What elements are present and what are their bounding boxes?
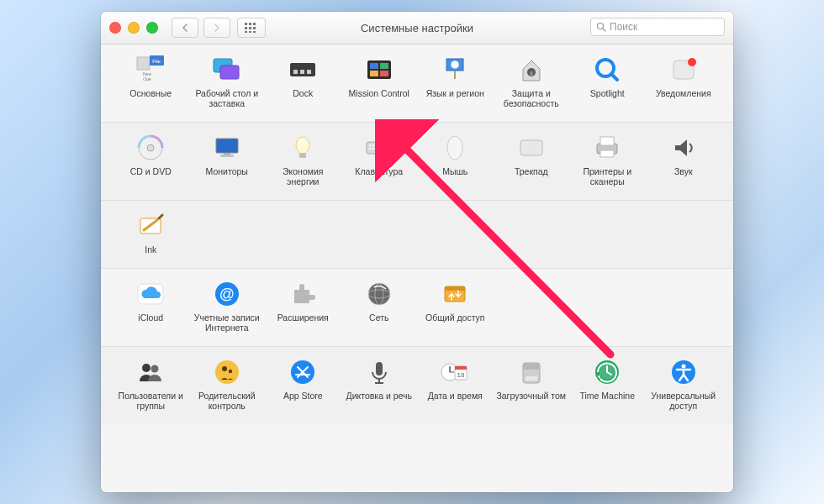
pref-accessibility[interactable]: Универсальный доступ (646, 357, 722, 411)
pref-label: Дата и время (428, 391, 483, 401)
pref-parental[interactable]: Родительский контроль (189, 357, 266, 411)
svg-rect-40 (220, 155, 234, 157)
svg-rect-17 (220, 66, 239, 79)
svg-line-33 (611, 74, 617, 80)
show-all-button[interactable] (237, 18, 266, 38)
svg-point-72 (215, 360, 239, 384)
svg-rect-52 (372, 148, 374, 150)
svg-rect-2 (253, 23, 256, 25)
svg-rect-0 (245, 23, 247, 25)
pref-mouse[interactable]: Мышь (417, 133, 494, 186)
svg-point-91 (681, 365, 685, 369)
pref-security[interactable]: Защита и безопасность (494, 55, 570, 108)
window-controls (101, 22, 158, 34)
pref-extensions[interactable]: Расширения (265, 279, 341, 333)
pref-cddvd[interactable]: CD и DVD (113, 133, 189, 186)
section-system: Пользователи и группы Родительский контр… (101, 347, 733, 424)
svg-rect-5 (253, 27, 256, 29)
titlebar: Системные настройки Поиск (101, 12, 733, 45)
pref-mission-control[interactable]: Mission Control (341, 55, 418, 108)
svg-rect-3 (245, 27, 247, 29)
svg-rect-29 (454, 71, 456, 79)
pref-dictation[interactable]: Диктовка и речь (341, 357, 418, 411)
pref-sound[interactable]: Звук (646, 133, 722, 186)
pref-network[interactable]: Сеть (341, 279, 418, 333)
pref-label: Общий доступ (425, 312, 485, 323)
notifications-icon (667, 55, 700, 85)
pref-label: Универсальный доступ (648, 391, 719, 411)
sound-icon (667, 133, 700, 163)
pref-startup[interactable]: Загрузочный том (494, 357, 570, 411)
svg-point-43 (298, 139, 307, 148)
section-internet: iCloud @ Учетные записи Интернета Расшир… (101, 269, 733, 347)
svg-rect-47 (376, 144, 378, 146)
pref-label: Трекпад (515, 166, 548, 176)
svg-rect-86 (523, 363, 540, 370)
keyboard-icon (362, 133, 396, 163)
svg-point-74 (229, 370, 232, 373)
icloud-icon (134, 279, 167, 309)
section-hardware: CD и DVD Мониторы Экономия энергии (101, 123, 733, 201)
pref-label: Мышь (442, 166, 467, 176)
section-personal: File New Ope Основные Рабочий стол и зас… (101, 45, 733, 123)
pref-spotlight[interactable]: Spotlight (569, 55, 646, 108)
pref-language[interactable]: Язык и регион (417, 55, 494, 108)
svg-rect-7 (249, 31, 251, 33)
pref-label: Сеть (369, 312, 388, 323)
svg-rect-46 (372, 144, 374, 146)
search-field[interactable]: Поиск (590, 18, 725, 36)
pref-label: CD и DVD (130, 166, 172, 176)
close-button[interactable] (109, 22, 121, 34)
pref-energy[interactable]: Экономия энергии (265, 133, 341, 186)
search-icon (596, 22, 606, 32)
svg-line-10 (603, 29, 605, 31)
timemachine-icon (590, 357, 624, 387)
pref-general[interactable]: File New Ope Основные (113, 55, 189, 108)
sharing-icon (438, 279, 472, 309)
forward-button[interactable] (203, 18, 230, 38)
pref-label: Диктовка и речь (346, 391, 412, 401)
zoom-button[interactable] (146, 22, 158, 34)
svg-text:File: File (152, 59, 161, 64)
pref-sharing[interactable]: Общий доступ (417, 279, 494, 333)
appstore-icon (286, 357, 320, 387)
pref-label: Рабочий стол и заставка (192, 88, 262, 108)
pref-icloud[interactable]: iCloud (113, 279, 189, 333)
pref-appstore[interactable]: App Store (265, 357, 341, 411)
svg-rect-19 (293, 70, 298, 74)
svg-rect-83 (455, 366, 467, 370)
pref-printers[interactable]: Принтеры и сканеры (569, 133, 646, 186)
back-button[interactable] (172, 18, 198, 38)
pref-desktop[interactable]: Рабочий стол и заставка (189, 55, 266, 108)
pref-datetime[interactable]: 18 Дата и время (417, 357, 494, 411)
svg-text:@: @ (219, 286, 235, 302)
svg-rect-31 (530, 71, 533, 76)
ink-icon (134, 211, 167, 241)
pref-dock[interactable]: Dock (265, 55, 341, 108)
pref-ink[interactable]: Ink (113, 211, 189, 255)
pref-timemachine[interactable]: Time Machine (569, 357, 646, 411)
svg-point-70 (142, 364, 151, 372)
energy-icon (286, 133, 320, 163)
security-icon (515, 55, 548, 85)
pref-label: Звук (674, 166, 693, 176)
svg-rect-48 (379, 144, 381, 146)
pref-internet-accounts[interactable]: @ Учетные записи Интернета (189, 279, 266, 333)
svg-rect-54 (386, 148, 388, 150)
pref-users[interactable]: Пользователи и группы (113, 357, 189, 411)
pref-displays[interactable]: Мониторы (189, 133, 266, 186)
dictation-icon (362, 357, 396, 387)
svg-rect-1 (249, 23, 251, 25)
svg-point-71 (151, 365, 159, 373)
pref-label: Mission Control (349, 88, 409, 98)
pref-label: Принтеры и сканеры (572, 166, 642, 186)
pref-trackpad[interactable]: Трекпад (494, 133, 570, 186)
pref-notifications[interactable]: Уведомления (646, 55, 722, 108)
system-preferences-window: Системные настройки Поиск File New Ope О… (101, 12, 733, 492)
trackpad-icon (515, 133, 548, 163)
pref-keyboard[interactable]: Клавиатура (341, 133, 418, 186)
pref-label: Экономия энергии (267, 166, 338, 186)
svg-rect-56 (520, 140, 542, 155)
pref-label: Пользователи и группы (115, 391, 186, 411)
minimize-button[interactable] (128, 22, 140, 34)
